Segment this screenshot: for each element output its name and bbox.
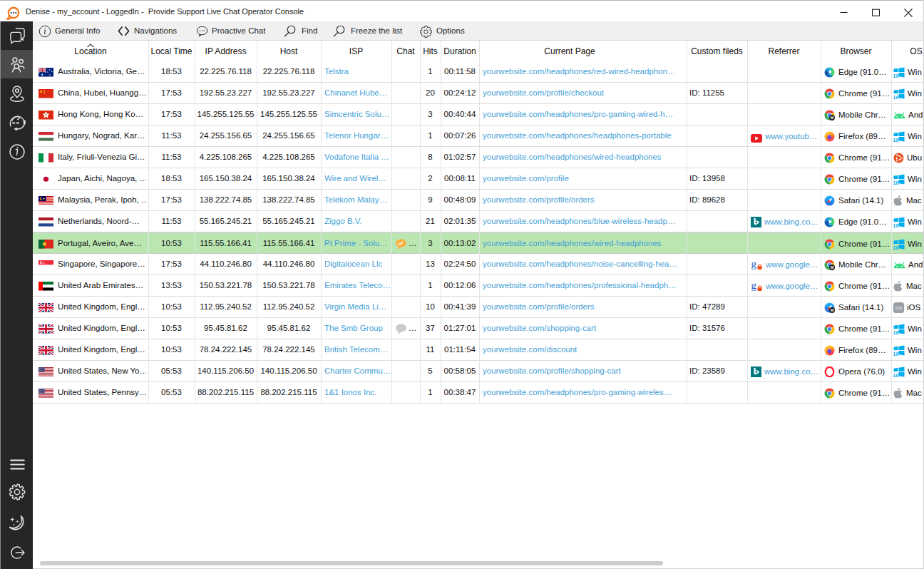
svg-text:M: M (831, 265, 834, 269)
svg-text:10: 10 (893, 72, 899, 78)
svg-text:iOS: iOS (895, 306, 903, 310)
svg-text:10: 10 (893, 179, 899, 185)
svg-text:10: 10 (893, 329, 899, 334)
svg-text:M: M (831, 115, 834, 119)
svg-text:M: M (831, 307, 834, 312)
svg-text:10: 10 (893, 93, 899, 99)
svg-text:g: g (751, 280, 757, 291)
svg-text:10: 10 (893, 371, 899, 377)
svg-text:10: 10 (893, 136, 899, 142)
svg-text:10: 10 (893, 244, 899, 250)
svg-text:10: 10 (893, 222, 899, 227)
svg-text:g: g (751, 259, 757, 270)
svg-text:10: 10 (893, 350, 899, 356)
